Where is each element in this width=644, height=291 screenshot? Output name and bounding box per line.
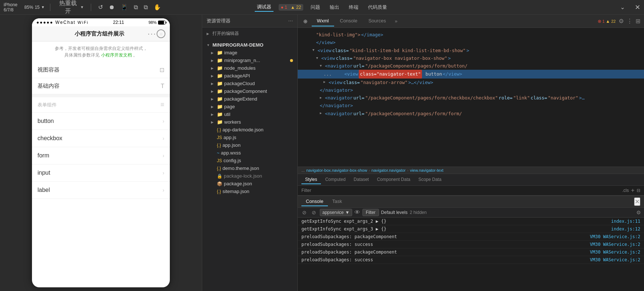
phone-more-button[interactable]: ··· [148, 30, 157, 38]
nav-label-button: button [37, 118, 54, 124]
breadcrumb-item-1[interactable]: navigator-box.navigator-box-show [306, 168, 367, 172]
console-link-4[interactable]: VM30 WAService.js:2 [590, 250, 640, 255]
styles-tab-computed[interactable]: Computed [322, 175, 349, 184]
phone-nav-input[interactable]: input › [32, 164, 170, 182]
hand-button[interactable]: ✋ [152, 3, 163, 11]
file-item-packagelock[interactable]: ▶ 🔒 package-lock.json [202, 172, 297, 180]
file-item-page[interactable]: ▶ 📁 page [202, 103, 297, 110]
opened-editors-header[interactable]: ▶ 打开的编辑器 [202, 29, 297, 38]
console-clear-button[interactable]: ⊘ [301, 209, 308, 216]
collapse-button[interactable]: ⌄ [618, 3, 627, 11]
folder-icon: 📁 [217, 81, 223, 86]
console-eye-button[interactable]: 👁 [354, 209, 360, 216]
styles-tab-styles[interactable]: Styles [301, 175, 321, 184]
file-item-util[interactable]: ▶ 📁 util [202, 110, 297, 118]
styles-filter-input[interactable] [314, 188, 620, 193]
copy-button[interactable]: ⧉ [142, 3, 150, 11]
console-link-0[interactable]: index.js:11 [611, 219, 640, 224]
devtools-settings-icon[interactable]: ⚙ [619, 18, 624, 25]
styles-tab-component-data[interactable]: Component Data [373, 175, 414, 184]
tab-console-top[interactable]: Console [335, 16, 363, 26]
stop-button[interactable]: ⏺ [107, 3, 117, 11]
file-item-image[interactable]: ▶ 📁 image [202, 49, 297, 57]
folder-icon: 📁 [217, 50, 223, 55]
file-item-demotheme[interactable]: ▶ {.} demo.theme.json [202, 164, 297, 172]
file-item-node-modules[interactable]: ▶ 📁 node_modules [202, 64, 297, 72]
html-line-10: </navigator> [298, 102, 644, 109]
close-button[interactable]: ✕ [635, 3, 640, 11]
styles-tab-dataset[interactable]: Dataset [350, 175, 372, 184]
phone-nav-checkbox[interactable]: checkbox › [32, 130, 170, 147]
devtools-undock-icon[interactable]: ⊞ [636, 18, 640, 25]
device-selector[interactable]: iPhone 6/7/8 85% 15 ▼ [4, 2, 45, 12]
phone-circle-button[interactable]: ⊙ [157, 29, 165, 38]
console-gear-button[interactable]: ⚙ [636, 210, 641, 215]
file-item-miniprogram[interactable]: ▶ 📁 miniprogram_n... [202, 57, 297, 64]
phone-section-view-container[interactable]: 视图容器 ⊡ [32, 62, 170, 78]
console-link-2[interactable]: VM30 WAService.js:2 [590, 234, 640, 239]
console-link-1[interactable]: index.js:12 [611, 226, 640, 232]
inspect-element-button[interactable]: ⊕ [301, 18, 310, 25]
tab-wxml[interactable]: Wxml [312, 16, 334, 26]
phone-section-basic-content[interactable]: 基础内容 T [32, 78, 170, 94]
console-link-3[interactable]: VM30 WAService.js:2 [590, 242, 640, 247]
phone-nav-label[interactable]: label › [32, 182, 170, 199]
file-item-app-darkmode[interactable]: ▶ {.} app-darkmode.json [202, 126, 297, 134]
html-val: "/packageComponent/pages/form/button/ [365, 62, 467, 70]
file-item-appwxss[interactable]: ▶ ~ app.wxss [202, 149, 297, 157]
file-item-packageapi[interactable]: ▶ 📁 packageAPI [202, 72, 297, 80]
phone-nav-button[interactable]: button › [32, 113, 170, 130]
expand-triangle[interactable]: ▶ [320, 95, 323, 101]
layout-button[interactable]: ⧉ [132, 3, 140, 11]
menu-item-terminal[interactable]: 终端 [347, 3, 361, 11]
console-close-button[interactable]: ✕ [634, 197, 640, 206]
html-line-6-selected[interactable]: ... <view class="navigator-text" button … [298, 70, 644, 78]
console-row-4: preloadSubpackages: packageComponent VM3… [298, 248, 644, 256]
folder-icon: 📁 [217, 58, 223, 63]
refresh-button[interactable]: ↺ [96, 3, 105, 11]
breadcrumb-item-3[interactable]: view.navigator-text [410, 168, 443, 172]
project-root-header[interactable]: ▼ MINIPROGRAM-DEMO [202, 41, 297, 49]
console-tab-console[interactable]: Console [301, 197, 328, 206]
console-tab-task[interactable]: Task [328, 197, 347, 206]
file-item-sitemap[interactable]: ▶ {.} sitemap.json [202, 188, 297, 195]
modified-dot [290, 59, 293, 62]
console-stop-button[interactable]: ⊘ [310, 209, 318, 216]
more-tabs-button[interactable]: » [392, 17, 400, 25]
console-link-5[interactable]: VM30 WAService.js:2 [590, 257, 640, 262]
file-item-packagejson[interactable]: ▶ 📦 package.json [202, 180, 297, 188]
phone-icon-button[interactable]: 📱 [119, 3, 130, 11]
file-panel-more[interactable]: ··· [288, 18, 293, 24]
expand-triangle[interactable]: ▼ [312, 47, 316, 53]
file-item-packagecomponent[interactable]: ▶ 📁 packageComponent [202, 87, 297, 95]
file-item-workers[interactable]: ▶ 📁 workers [202, 118, 297, 126]
menu-item-debugger[interactable]: 调试器 [255, 3, 273, 12]
breadcrumb-item-2[interactable]: navigator.navigator [372, 168, 406, 172]
menu-item-issues[interactable]: 问题 [308, 3, 322, 11]
expand-triangle[interactable]: ▼ [320, 63, 323, 69]
menu-item-output[interactable]: 输出 [328, 3, 341, 11]
expand-triangle[interactable]: ▶ [320, 110, 323, 116]
expand-triangle[interactable]: ▶ [323, 79, 327, 85]
folder-triangle: ▶ [211, 66, 215, 70]
file-item-appjson[interactable]: ▶ {.} app.json [202, 141, 297, 149]
html-close-tag: </view> [443, 70, 462, 78]
filter-label: Filter [301, 188, 311, 193]
hotreload-toggle[interactable]: 热重载 开 ▼ [56, 0, 86, 16]
file-item-configjs[interactable]: ▶ JS config.js [202, 157, 297, 164]
console-levels-button[interactable]: Default levels [381, 210, 408, 215]
file-item-packageextend[interactable]: ▶ 📁 packageExtend [202, 95, 297, 103]
phone-nav-form[interactable]: form › [32, 147, 170, 164]
styles-add-button[interactable]: + [631, 187, 634, 194]
styles-expand-button[interactable]: ⊟ [637, 188, 640, 193]
menu-item-code-quality[interactable]: 代码质量 [366, 3, 389, 11]
tab-sources[interactable]: Sources [363, 16, 391, 26]
styles-tab-scope-data[interactable]: Scope Data [415, 175, 445, 184]
expand-triangle[interactable]: ▼ [316, 55, 320, 61]
file-item-appjs[interactable]: ▶ JS app.js [202, 134, 297, 141]
file-item-packagecloud[interactable]: ▶ 📁 packageCloud [202, 80, 297, 87]
console-filter-button[interactable]: Filter [362, 209, 379, 216]
console-context-select[interactable]: appservice ▼ [320, 209, 352, 216]
phone-doc-link[interactable]: 小程序开发文档 [101, 52, 132, 58]
devtools-more-icon[interactable]: ⋮ [627, 18, 633, 25]
